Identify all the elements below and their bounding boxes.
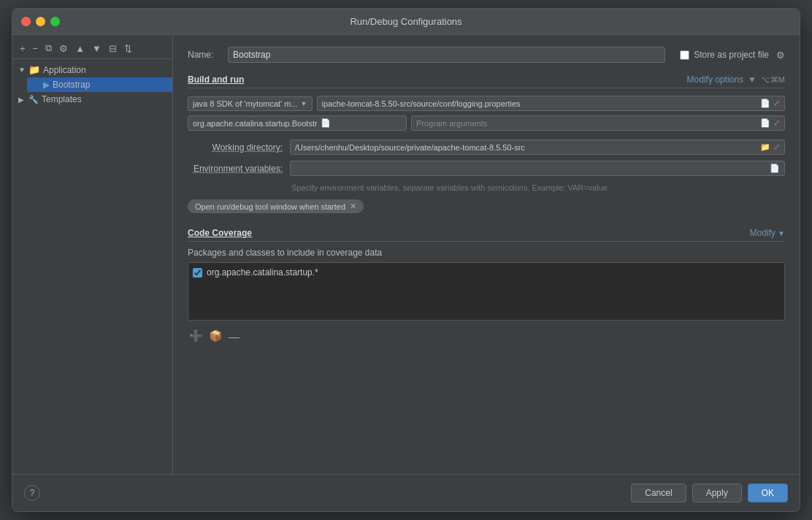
modify-options-group: Modify options ▼ ⌥⌘M [687,74,785,85]
name-input[interactable] [228,47,665,63]
coverage-list: org.apache.catalina.startup.* [188,262,785,321]
modify-link-group: Modify ▼ [750,228,785,238]
run-debug-window: Run/Debug Configurations + − ⧉ ⚙ ▲ ▼ ⊟ ⇅… [12,8,800,512]
copy-config-button[interactable]: ⧉ [42,41,55,56]
add-coverage-button[interactable]: ➕ [188,328,204,344]
run-config-icon: ▶ [43,80,50,90]
program-args-expand-icon[interactable]: ⤢ [773,118,780,128]
store-checkbox[interactable] [680,50,689,60]
coverage-item-label: org.apache.catalina.startup.* [207,267,318,278]
store-checkbox-row: Store as project file ⚙ [680,50,785,61]
settings-config-button[interactable]: ⚙ [56,42,71,56]
modify-chevron-icon: ▼ [778,229,785,237]
name-row: Name: Store as project file ⚙ [188,47,785,63]
sdk-row: java 8 SDK of 'mytomcat' m... ▼ ipache-t… [188,96,785,111]
env-vars-row: Environment variables: 📄 [188,161,785,176]
name-label: Name: [188,50,221,60]
tag-close-icon[interactable]: ✕ [350,202,356,211]
down-config-button[interactable]: ▼ [89,42,104,56]
sidebar: + − ⧉ ⚙ ▲ ▼ ⊟ ⇅ ▼ 📁 Application ▶ [12,35,173,474]
open-window-label: Open run/debug tool window when started [195,202,345,211]
coverage-item-checkbox[interactable] [193,268,202,278]
coverage-packages-label: Packages and classes to include in cover… [188,248,785,258]
expand-icon[interactable]: ⤢ [773,99,780,108]
code-coverage-section: Code Coverage Modify ▼ Packages and clas… [188,228,785,345]
main-class-row: org.apache.catalina.startup.Bootstr 📄 Pr… [188,115,785,131]
build-run-title: Build and run [188,74,244,85]
env-vars-icons: 📄 [770,164,780,173]
remove-coverage-button[interactable]: — [227,328,241,344]
build-run-header: Build and run Modify options ▼ ⌥⌘M [188,74,785,88]
sort-config-button[interactable]: ⇅ [121,42,135,56]
ok-button[interactable]: OK [748,483,788,502]
program-args-icons: 📄 ⤢ [760,118,780,128]
main-class-icons: 📄 [321,118,331,128]
modify-link[interactable]: Modify [750,228,775,238]
program-args-browse-icon[interactable]: 📄 [760,118,770,128]
sidebar-tree: ▼ 📁 Application ▶ Bootstrap ▶ 🔧 Template… [12,59,172,474]
sdk-value: java 8 SDK of 'mytomcat' m... [193,99,298,108]
working-dir-icons: 📁 ⤢ [760,142,780,152]
bottom-buttons: Cancel Apply OK [631,483,788,502]
up-config-button[interactable]: ▲ [72,42,88,56]
chevron-down-icon: ▼ [748,74,757,85]
cancel-button[interactable]: Cancel [631,483,686,502]
title-bar: Run/Debug Configurations [12,9,800,35]
store-label: Store as project file [694,50,769,60]
remove-config-button[interactable]: − [30,42,42,56]
sidebar-item-application[interactable]: ▼ 📁 Application [12,62,172,77]
classpath-value: ipache-tomcat-8.5.50-src/source/conf/log… [322,99,521,108]
code-coverage-title: Code Coverage [188,228,252,238]
working-dir-browse-icon[interactable]: 📁 [760,142,770,152]
coverage-actions: ➕ 📦 — [188,326,785,345]
bootstrap-label: Bootstrap [53,80,90,90]
add-config-button[interactable]: + [17,42,28,56]
classpath-icons: 📄 ⤢ [760,99,780,108]
templates-label: Templates [42,94,82,104]
close-button[interactable] [21,17,31,26]
right-panel: Name: Store as project file ⚙ Build and … [173,35,800,474]
main-class-browse-icon[interactable]: 📄 [321,118,331,128]
sdk-dropdown[interactable]: java 8 SDK of 'mytomcat' m... ▼ [188,96,313,111]
gear-icon[interactable]: ⚙ [776,50,785,61]
working-dir-label: Working directory: [188,142,283,153]
tag-row: Open run/debug tool window when started … [188,199,785,213]
browse-icon[interactable]: 📄 [760,99,770,108]
traffic-lights [21,17,60,26]
modify-options-link[interactable]: Modify options [687,74,743,85]
main-class-field[interactable]: org.apache.catalina.startup.Bootstr 📄 [188,115,407,131]
classpath-field[interactable]: ipache-tomcat-8.5.50-src/source/conf/log… [317,96,786,111]
working-dir-value: /Users/chenhu/Desktop/source/private/apa… [295,143,525,152]
chevron-right-icon: ▶ [18,96,26,104]
sidebar-item-bootstrap[interactable]: ▶ Bootstrap [27,77,172,92]
help-button[interactable]: ? [24,485,40,501]
code-coverage-header: Code Coverage Modify ▼ [188,228,785,242]
main-class-value: org.apache.catalina.startup.Bootstr [193,119,318,128]
env-vars-browse-icon[interactable]: 📄 [770,164,780,173]
add-package-button[interactable]: 📦 [207,328,224,344]
shortcut-hint: ⌥⌘M [761,75,785,85]
wrench-icon: 🔧 [28,95,39,104]
main-content: + − ⧉ ⚙ ▲ ▼ ⊟ ⇅ ▼ 📁 Application ▶ [12,35,800,474]
chevron-down-icon: ▼ [18,66,26,74]
maximize-button[interactable] [50,17,60,26]
program-args-placeholder: Program arguments [416,119,487,128]
env-hint: Specify environment variables, separate … [291,183,785,192]
bottom-bar: ? Cancel Apply OK [12,474,800,511]
working-dir-field[interactable]: /Users/chenhu/Desktop/source/private/apa… [290,139,785,155]
open-window-tag[interactable]: Open run/debug tool window when started … [188,199,364,213]
application-label: Application [43,65,86,75]
working-dir-row: Working directory: /Users/chenhu/Desktop… [188,139,785,155]
sidebar-item-templates[interactable]: ▶ 🔧 Templates [12,92,172,107]
filter-config-button[interactable]: ⊟ [106,42,120,56]
folder-icon: 📁 [28,64,40,75]
program-args-field[interactable]: Program arguments 📄 ⤢ [411,115,785,131]
env-vars-label: Environment variables: [188,164,283,174]
window-title: Run/Debug Configurations [350,16,461,27]
working-dir-expand-icon[interactable]: ⤢ [773,142,780,152]
sidebar-toolbar: + − ⧉ ⚙ ▲ ▼ ⊟ ⇅ [12,38,172,59]
env-vars-field[interactable]: 📄 [290,161,785,176]
apply-button[interactable]: Apply [692,483,742,502]
dropdown-arrow-icon: ▼ [301,100,307,107]
minimize-button[interactable] [36,17,45,26]
